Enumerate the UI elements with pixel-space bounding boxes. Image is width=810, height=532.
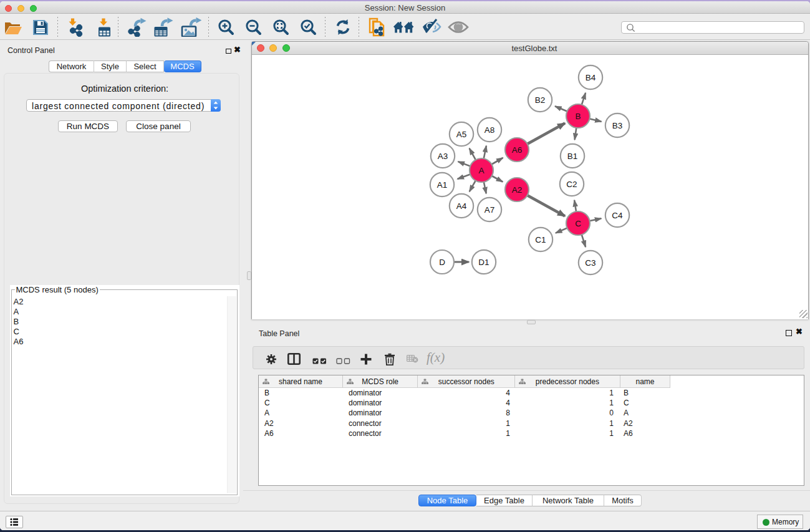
svg-text:A2: A2	[512, 185, 523, 195]
svg-text:A4: A4	[456, 201, 467, 211]
svg-text:A5: A5	[456, 130, 467, 139]
svg-text:B3: B3	[612, 121, 623, 130]
svg-text:B: B	[575, 112, 581, 121]
svg-text:A1: A1	[437, 180, 448, 190]
svg-text:A8: A8	[485, 125, 495, 135]
svg-text:C: C	[575, 219, 581, 228]
svg-text:C3: C3	[585, 258, 595, 268]
svg-text:A: A	[478, 166, 484, 175]
svg-text:D1: D1	[478, 258, 489, 267]
svg-text:A3: A3	[438, 152, 448, 161]
svg-text:B1: B1	[567, 152, 578, 161]
svg-text:C1: C1	[535, 235, 546, 244]
svg-text:C4: C4	[612, 211, 623, 220]
svg-text:B2: B2	[535, 95, 546, 105]
svg-text:C2: C2	[566, 180, 577, 189]
svg-text:A7: A7	[485, 205, 495, 215]
svg-text:D: D	[439, 258, 445, 267]
svg-text:B4: B4	[586, 73, 596, 82]
svg-text:A6: A6	[512, 145, 523, 155]
